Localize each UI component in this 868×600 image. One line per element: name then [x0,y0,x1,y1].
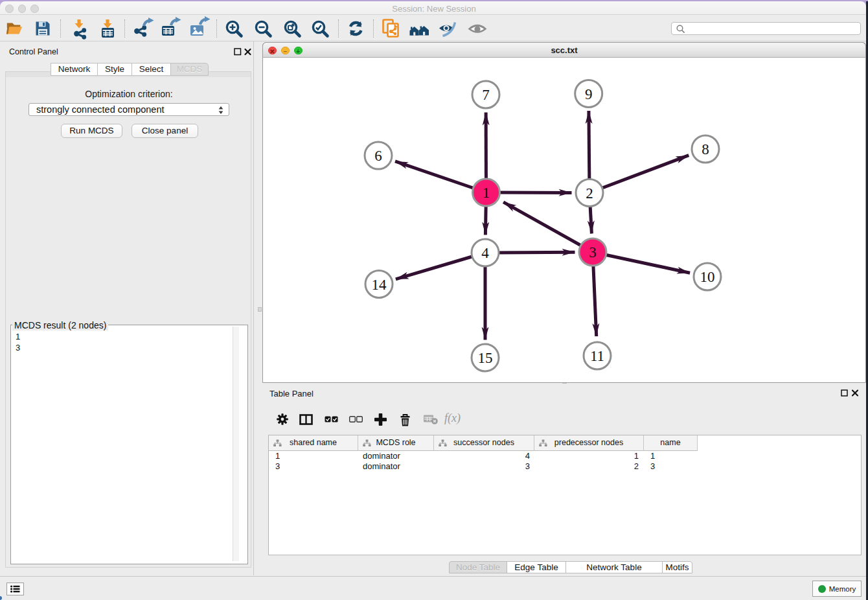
svg-text:4: 4 [481,245,489,261]
svg-text:11: 11 [590,348,604,364]
svg-text:15: 15 [478,350,493,366]
svg-text:3: 3 [589,244,597,260]
svg-text:7: 7 [482,87,490,103]
svg-text:6: 6 [374,148,382,164]
svg-text:10: 10 [700,269,715,285]
svg-text:1: 1 [483,185,490,201]
svg-text:14: 14 [372,277,387,293]
svg-text:8: 8 [702,141,709,157]
svg-text:2: 2 [586,185,593,202]
svg-text:9: 9 [585,86,593,102]
